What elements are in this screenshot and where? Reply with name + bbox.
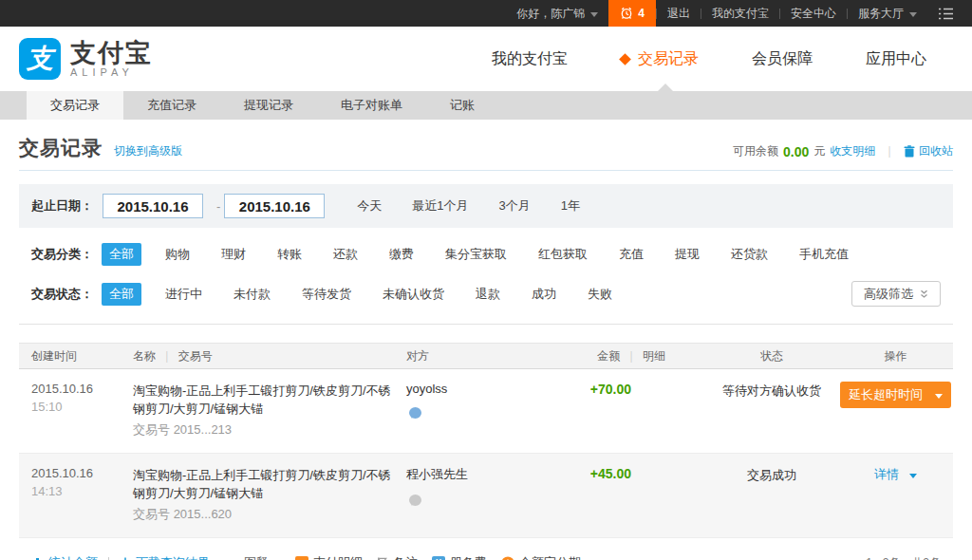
balance-value: 0.00 — [783, 144, 809, 159]
legend-label: 图释： — [244, 554, 281, 560]
amount-value: +70.00 — [590, 382, 705, 439]
status-chip[interactable]: 未确认收货 — [375, 283, 452, 306]
diamond-icon — [619, 53, 631, 65]
nav-item-app-center[interactable]: 应用中心 — [839, 27, 953, 91]
category-chip[interactable]: 缴费 — [382, 243, 421, 266]
header-amount-detail: 金额｜明细 — [553, 348, 705, 364]
tab-bookkeeping[interactable]: 记账 — [426, 91, 498, 120]
date-dash: - — [216, 199, 220, 214]
logout-link[interactable]: 退出 — [657, 0, 701, 27]
status-chip[interactable]: 成功 — [524, 283, 564, 306]
date-from-input[interactable] — [103, 194, 203, 218]
nav-item-member-protection[interactable]: 会员保障 — [725, 27, 839, 91]
date-to-input[interactable] — [224, 194, 325, 218]
quick-range-today[interactable]: 今天 — [357, 197, 382, 215]
topbar: 你好， 陈广锦 4 退出 我的支付宝 安全中心 服务大厅 — [0, 0, 972, 27]
category-chip[interactable]: 集分宝获取 — [438, 243, 514, 266]
chevron-down-icon — [590, 12, 598, 17]
divider: ｜ — [884, 143, 895, 159]
status-chip[interactable]: 进行中 — [158, 283, 210, 306]
site-list-menu[interactable] — [927, 0, 964, 27]
date-range-label: 起止日期： — [31, 197, 93, 215]
category-chip[interactable]: 提现 — [667, 243, 707, 266]
row-time: 15:10 — [31, 400, 121, 414]
yuebao-installment-icon — [501, 556, 514, 560]
table-row: 2015.10.16 14:13 淘宝购物-正品上利手工锻打剪刀/铁皮剪刀/不锈… — [19, 454, 953, 538]
record-tabbar: 交易记录 充值记录 提现记录 电子对账单 记账 — [0, 91, 972, 120]
transaction-number: 交易号 2015...213 — [133, 421, 394, 439]
category-chip[interactable]: 理财 — [214, 243, 253, 266]
user-greeting-menu[interactable]: 你好， 陈广锦 — [506, 0, 608, 27]
quick-range-1year[interactable]: 1年 — [561, 197, 580, 215]
category-chip[interactable]: 充值 — [611, 243, 651, 266]
legend-item: 余额宝分期 — [501, 554, 581, 560]
date-filter-row: 起止日期： - 今天 最近1个月 3个月 1年 — [19, 184, 953, 228]
stats-amount-link[interactable]: 统计金额 — [31, 554, 98, 560]
advanced-filter-button[interactable]: 高级筛选 — [851, 281, 941, 307]
security-center-link[interactable]: 安全中心 — [780, 0, 847, 27]
logo-en-text: ALIPAY — [70, 66, 153, 79]
tab-transaction-records[interactable]: 交易记录 — [27, 91, 123, 120]
statement-link[interactable]: 收支明细 — [830, 143, 875, 159]
alipay-logo[interactable]: 支 支付宝 ALIPAY — [19, 38, 153, 80]
trash-icon — [904, 145, 915, 158]
username: 陈广锦 — [551, 6, 585, 22]
status-filter-row: 交易状态： 全部 进行中 未付款 等待发货 未确认收货 退款 成功 失败 高级筛… — [19, 266, 953, 307]
quick-range-1month[interactable]: 最近1个月 — [412, 197, 468, 215]
my-alipay-link[interactable]: 我的支付宝 — [701, 0, 779, 27]
product-name: 淘宝购物-正品上利手工锻打剪刀/铁皮剪刀/不锈钢剪刀/大剪刀/锰钢大锚 — [133, 466, 394, 502]
extend-timeout-button[interactable]: 延长超时时间 — [840, 382, 951, 408]
balance-unit: 元 — [813, 143, 825, 159]
nav-item-my-alipay[interactable]: 我的支付宝 — [465, 27, 594, 91]
status-chip-all[interactable]: 全部 — [102, 283, 141, 306]
status-chip[interactable]: 退款 — [468, 283, 508, 306]
service-hall-menu[interactable]: 服务大厅 — [848, 0, 927, 27]
payment-detail-icon — [295, 556, 308, 560]
pagination-count: 1 - 2条，共2条 — [866, 555, 941, 560]
download-results-link[interactable]: 下载查询结果 — [120, 554, 210, 560]
category-chip[interactable]: 红包获取 — [531, 243, 595, 266]
header-name-txn: 名称｜交易号 — [121, 348, 394, 364]
detail-link[interactable]: 详情 — [874, 466, 917, 483]
note-flag-icon — [377, 557, 388, 560]
table-header: 创建时间 名称｜交易号 对方 金额｜明细 状态 操作 — [19, 343, 953, 369]
quick-range-3months[interactable]: 3个月 — [499, 197, 531, 215]
status-chip[interactable]: 失败 — [580, 283, 620, 306]
tab-withdraw-records[interactable]: 提现记录 — [220, 91, 317, 120]
footer-bar: 统计金额 下载查询结果 图释： 支付明细 备注 ¥ 服务费 — [19, 538, 953, 560]
chat-bubble-icon[interactable] — [409, 495, 421, 506]
category-chip[interactable]: 购物 — [158, 243, 197, 266]
chevron-down-icon — [935, 394, 943, 399]
header-created: 创建时间 — [19, 348, 121, 364]
list-menu-icon — [938, 8, 954, 20]
category-chip-all[interactable]: 全部 — [102, 243, 141, 266]
recycle-bin-link[interactable]: 回收站 — [904, 143, 953, 159]
switch-advanced-link[interactable]: 切换到高级版 — [114, 143, 182, 159]
legend-item: 支付明细 — [295, 554, 363, 560]
category-chip[interactable]: 还贷款 — [723, 243, 776, 266]
category-filter-row: 交易分类： 全部 购物 理财 转账 还款 缴费 集分宝获取 红包获取 充值 提现… — [19, 228, 953, 266]
chat-bubble-icon[interactable] — [409, 407, 421, 419]
nav-item-transactions[interactable]: 交易记录 — [594, 27, 725, 91]
tab-recharge-records[interactable]: 充值记录 — [123, 91, 220, 120]
balance-label: 可用余额 — [733, 143, 778, 159]
status-text: 等待对方确认收货 — [705, 382, 838, 439]
tab-e-statement[interactable]: 电子对账单 — [317, 91, 426, 120]
double-chevron-down-icon — [920, 289, 928, 299]
row-time: 14:13 — [31, 484, 121, 498]
category-chip[interactable]: 转账 — [270, 243, 309, 266]
row-date: 2015.10.16 — [31, 466, 121, 480]
notification-count: 4 — [638, 7, 645, 20]
header-action: 操作 — [838, 348, 953, 364]
service-hall-label: 服务大厅 — [858, 6, 904, 22]
category-chip[interactable]: 手机充值 — [792, 243, 856, 266]
legend-item: ¥ 服务费 — [432, 554, 487, 560]
category-chip[interactable]: 还款 — [326, 243, 365, 266]
page-title: 交易记录 — [19, 135, 103, 161]
status-text: 交易成功 — [705, 466, 838, 523]
row-date: 2015.10.16 — [31, 382, 121, 396]
status-chip[interactable]: 未付款 — [226, 283, 278, 306]
notifications-badge[interactable]: 4 — [608, 0, 656, 27]
status-chip[interactable]: 等待发货 — [294, 283, 359, 306]
status-label: 交易状态： — [31, 286, 93, 303]
